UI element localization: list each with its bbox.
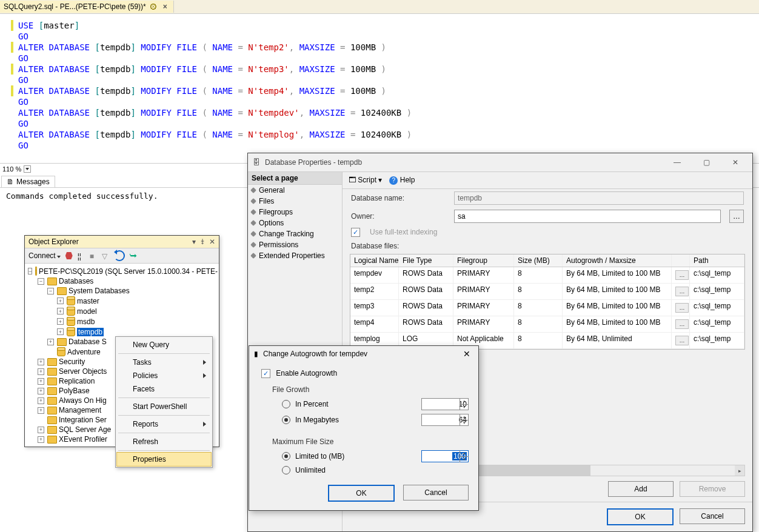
files-label: Database files: <box>351 242 448 250</box>
messages-tab-label: Messages <box>16 178 50 186</box>
nav-page[interactable]: Extended Properties <box>248 250 342 261</box>
ok-button[interactable]: OK <box>328 485 395 502</box>
unlimited-label: Unlimited <box>295 466 326 474</box>
add-button[interactable]: Add <box>608 481 674 497</box>
cancel-button[interactable]: Cancel <box>403 485 469 500</box>
page-nav-header: Select a page <box>248 172 342 185</box>
sql-editor[interactable]: USE [master]GOALTER DATABASE [tempdb] MO… <box>0 14 759 163</box>
autogrowth-dialog: ▮ Change Autogrowth for tempdev ✕ ✓ Enab… <box>249 345 479 511</box>
file-growth-label: File Growth <box>249 383 478 396</box>
tree-node[interactable]: −Databases <box>26 276 218 286</box>
percent-radio[interactable] <box>282 400 290 408</box>
db-name-label: Database name: <box>351 194 448 202</box>
megabytes-radio[interactable] <box>282 416 290 424</box>
zoom-dropdown-icon[interactable] <box>24 165 31 173</box>
pin-icon[interactable]: ⮿ <box>150 2 157 11</box>
menu-item[interactable]: Reports <box>117 417 211 431</box>
autogrowth-button[interactable]: … <box>675 319 689 329</box>
menu-item[interactable]: Refresh <box>117 435 211 448</box>
limited-spinner[interactable]: 100▴▾ <box>421 450 469 462</box>
enable-autogrowth-checkbox[interactable]: ✓ <box>261 369 270 378</box>
autogrowth-button[interactable]: … <box>675 303 689 313</box>
tree-node[interactable]: +model <box>26 306 218 316</box>
grid-row[interactable]: tempdevROWS DataPRIMARY8By 64 MB, Limite… <box>350 267 744 284</box>
zoom-value: 110 % <box>2 165 21 173</box>
owner-label: Owner: <box>351 212 448 221</box>
files-grid[interactable]: Logical NameFile TypeFilegroupSize (MB)A… <box>350 254 745 350</box>
connect-button[interactable]: Connect <box>28 251 61 260</box>
menu-item[interactable]: Facets <box>117 382 211 396</box>
autogrowth-title-bar[interactable]: ▮ Change Autogrowth for tempdev ✕ <box>249 346 478 362</box>
grid-row[interactable]: temp4ROWS DataPRIMARY8By 64 MB, Limited … <box>350 316 744 333</box>
activity-icon[interactable]: ⮩ <box>130 252 137 259</box>
tree-node[interactable]: +master <box>26 296 218 306</box>
db-name-field: tempdb <box>454 191 744 205</box>
owner-browse-button[interactable]: … <box>729 210 744 223</box>
properties-toolbar: 🗔 Script ▾ ? Help <box>343 172 752 189</box>
enable-autogrowth-label: Enable Autogrowth <box>276 369 337 377</box>
nav-page[interactable]: Change Tracking <box>248 228 342 239</box>
nav-page[interactable]: General <box>248 185 342 196</box>
funnel-icon[interactable]: ▽ <box>102 252 109 259</box>
limited-label: Limited to (MB) <box>295 452 344 461</box>
tree-node[interactable]: +tempdb <box>26 327 218 337</box>
filter-icon[interactable]: ¦¦ <box>78 252 85 259</box>
stop-icon[interactable]: ■ <box>90 252 97 259</box>
megabytes-label: In Megabytes <box>295 416 339 424</box>
nav-page[interactable]: Files <box>248 196 342 207</box>
percent-spinner[interactable]: 10▴▾ <box>421 398 469 410</box>
disconnect-icon[interactable] <box>65 252 73 259</box>
tree-node[interactable]: −PETE-PC\SQL2019 (SQL Server 15.0.1000.3… <box>26 266 218 276</box>
max-size-label: Maximum File Size <box>249 435 478 448</box>
refresh-icon[interactable] <box>114 250 125 261</box>
menu-item[interactable]: Start PowerShell <box>117 400 211 413</box>
minimize-button[interactable]: — <box>665 155 689 170</box>
menu-item[interactable]: New Query <box>117 338 211 351</box>
messages-tab[interactable]: 🗎 Messages <box>1 176 55 187</box>
object-explorer-title-bar: Object Explorer ▾ ⤈ ✕ <box>25 236 219 248</box>
close-tab-icon[interactable]: × <box>161 2 170 11</box>
menu-item[interactable]: Policies <box>117 369 211 382</box>
fulltext-checkbox: ✓ <box>351 228 360 237</box>
pin-icon[interactable]: ⤈ <box>199 238 206 246</box>
object-explorer-title: Object Explorer <box>28 238 79 246</box>
ok-button[interactable]: OK <box>607 508 674 525</box>
grid-row[interactable]: temp3ROWS DataPRIMARY8By 64 MB, Limited … <box>350 300 744 316</box>
close-button[interactable]: ✕ <box>723 155 747 170</box>
autogrowth-button[interactable]: … <box>675 287 689 296</box>
nav-page[interactable]: Options <box>248 218 342 228</box>
dropdown-icon[interactable]: ▾ <box>192 238 196 246</box>
tab-title: SQLQuery2.sql - PE...(PETE-PC\pete (59))… <box>4 2 146 11</box>
grid-row[interactable]: temp2ROWS DataPRIMARY8By 64 MB, Limited … <box>350 284 744 300</box>
close-icon[interactable]: ✕ <box>460 348 473 360</box>
unlimited-radio[interactable] <box>282 466 290 474</box>
menu-item[interactable]: Tasks <box>117 356 211 369</box>
menu-item[interactable]: Properties <box>116 452 212 467</box>
autogrowth-title: Change Autogrowth for tempdev <box>263 350 367 358</box>
script-button[interactable]: 🗔 Script ▾ <box>349 176 382 184</box>
dialog-title: Database Properties - tempdb <box>265 158 362 167</box>
limited-radio[interactable] <box>282 452 290 461</box>
autogrowth-button[interactable]: … <box>675 336 689 345</box>
owner-field[interactable]: sa <box>454 210 721 223</box>
scroll-right-icon[interactable]: ▸ <box>735 465 744 476</box>
messages-text: Commands completed successfully. <box>6 191 158 201</box>
nav-page[interactable]: Permissions <box>248 239 342 250</box>
fulltext-label: Use full-text indexing <box>370 228 437 236</box>
maximize-button[interactable]: ▢ <box>694 155 718 170</box>
cancel-button[interactable]: Cancel <box>680 508 745 524</box>
remove-button: Remove <box>680 481 745 497</box>
object-explorer-toolbar: Connect ¦¦ ■ ▽ ⮩ <box>25 248 219 264</box>
dialog-title-bar[interactable]: 🗄 Database Properties - tempdb — ▢ ✕ <box>248 153 752 171</box>
megabytes-spinner[interactable]: 64▴▾ <box>421 414 469 426</box>
autogrowth-button[interactable]: … <box>675 270 689 280</box>
close-icon[interactable]: ✕ <box>209 238 215 246</box>
editor-tab[interactable]: SQLQuery2.sql - PE...(PETE-PC\pete (59))… <box>0 1 174 13</box>
tree-node[interactable]: +msdb <box>26 316 218 327</box>
help-button[interactable]: ? Help <box>389 176 415 185</box>
nav-page[interactable]: Filegroups <box>248 207 342 218</box>
tree-node[interactable]: −System Databases <box>26 286 218 296</box>
editor-tab-bar: SQLQuery2.sql - PE...(PETE-PC\pete (59))… <box>0 0 759 14</box>
database-icon: 🗄 <box>253 158 260 167</box>
file-icon: ▮ <box>254 350 258 358</box>
